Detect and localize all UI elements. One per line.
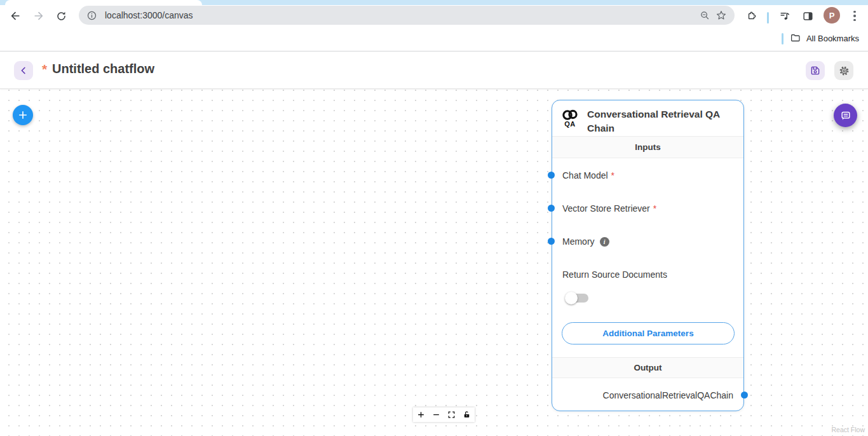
back-nav-button[interactable] [14, 61, 33, 80]
input-row-chat-model: Chat Model * [562, 168, 614, 182]
floppy-disk-icon [810, 65, 821, 76]
address-bar[interactable]: localhost:3000/canvas [79, 6, 735, 25]
canvas-controls [413, 407, 475, 422]
lock-interactivity-button[interactable] [459, 407, 475, 422]
browser-tab-strip [0, 0, 868, 5]
all-bookmarks-button[interactable]: All Bookmarks [790, 32, 859, 44]
input-row-memory: Memory i [562, 235, 609, 249]
unlock-icon [463, 411, 471, 419]
unsaved-changes-marker: * [42, 62, 47, 77]
react-flow-attribution: React Flow [831, 426, 865, 433]
toggle-label: Return Source Documents [562, 269, 667, 280]
node-title: Conversational Retrieval QA Chain [587, 107, 735, 136]
app-header: * Untitled chatflow [0, 51, 868, 89]
plus-icon [17, 109, 29, 121]
side-panel-icon [802, 10, 814, 22]
toggle-thumb [565, 292, 578, 304]
input-handle-vector-store-retriever[interactable] [548, 205, 555, 212]
node-header: QA Conversational Retrieval QA Chain [552, 100, 743, 136]
input-label: Memory [562, 236, 595, 247]
reload-icon [55, 10, 67, 22]
extensions-button[interactable] [742, 7, 760, 25]
chat-bubble-icon [839, 109, 852, 122]
media-playlist-icon [779, 10, 791, 22]
forward-arrow-icon [32, 10, 45, 22]
zoom-in-button[interactable] [413, 407, 428, 422]
browser-toolbar: localhost:3000/canvas P [0, 5, 868, 27]
input-handle-chat-model[interactable] [548, 172, 555, 179]
plus-icon [417, 411, 425, 419]
chat-button[interactable] [834, 104, 857, 127]
zoom-page-icon[interactable] [696, 7, 713, 24]
profile-avatar[interactable]: P [824, 7, 840, 24]
fit-view-button[interactable] [444, 407, 459, 422]
puzzle-icon [745, 10, 757, 22]
info-icon[interactable]: i [600, 237, 609, 247]
save-button[interactable] [806, 61, 825, 80]
minus-icon [432, 411, 440, 419]
toggle-row-return-source-documents: Return Source Documents [562, 268, 667, 282]
add-node-button[interactable] [13, 105, 33, 125]
media-controls-button[interactable] [776, 7, 794, 25]
url-text: localhost:3000/canvas [105, 10, 696, 20]
all-bookmarks-label: All Bookmarks [806, 34, 859, 43]
chevron-left-icon [18, 65, 29, 76]
forward-button[interactable] [30, 7, 48, 25]
page-title: Untitled chatflow [52, 62, 154, 76]
bookmark-star-icon[interactable] [713, 7, 729, 24]
flow-canvas[interactable]: QA Conversational Retrieval QA Chain Inp… [0, 90, 868, 436]
node-conversational-retrieval-qa-chain[interactable]: QA Conversational Retrieval QA Chain Inp… [552, 100, 744, 411]
browser-menu-button[interactable] [849, 8, 860, 24]
required-asterisk: * [653, 203, 656, 214]
toolbar-separator [767, 12, 769, 24]
return-source-documents-toggle[interactable] [565, 290, 590, 306]
zoom-out-button[interactable] [428, 407, 444, 422]
side-panel-button[interactable] [799, 7, 817, 25]
output-name: ConversationalRetrievalQAChain [603, 390, 733, 400]
additional-parameters-button[interactable]: Additional Parameters [562, 322, 735, 344]
required-asterisk: * [611, 170, 614, 181]
active-tab[interactable] [5, 0, 202, 5]
inputs-section-header: Inputs [552, 136, 743, 158]
node-icon-label: QA [564, 120, 576, 128]
bookmarks-bar: All Bookmarks [0, 27, 868, 51]
chain-qa-icon: QA [561, 109, 579, 128]
back-arrow-icon [9, 10, 22, 22]
input-handle-memory[interactable] [548, 238, 555, 245]
folder-icon [790, 32, 801, 44]
output-section-header: Output [552, 357, 743, 378]
output-handle-conversational-retrieval-qa-chain[interactable] [741, 392, 748, 399]
output-row: ConversationalRetrievalQAChain [603, 388, 733, 403]
back-button[interactable] [6, 7, 24, 25]
site-info-icon[interactable] [83, 7, 100, 24]
input-label: Chat Model [562, 170, 608, 181]
gear-icon [838, 65, 850, 77]
settings-button[interactable] [834, 61, 853, 80]
input-label: Vector Store Retriever [562, 203, 650, 214]
reload-button[interactable] [52, 7, 70, 25]
fit-view-icon [447, 411, 456, 419]
bookmarks-separator [782, 33, 783, 44]
input-row-vector-store-retriever: Vector Store Retriever * [562, 201, 656, 215]
